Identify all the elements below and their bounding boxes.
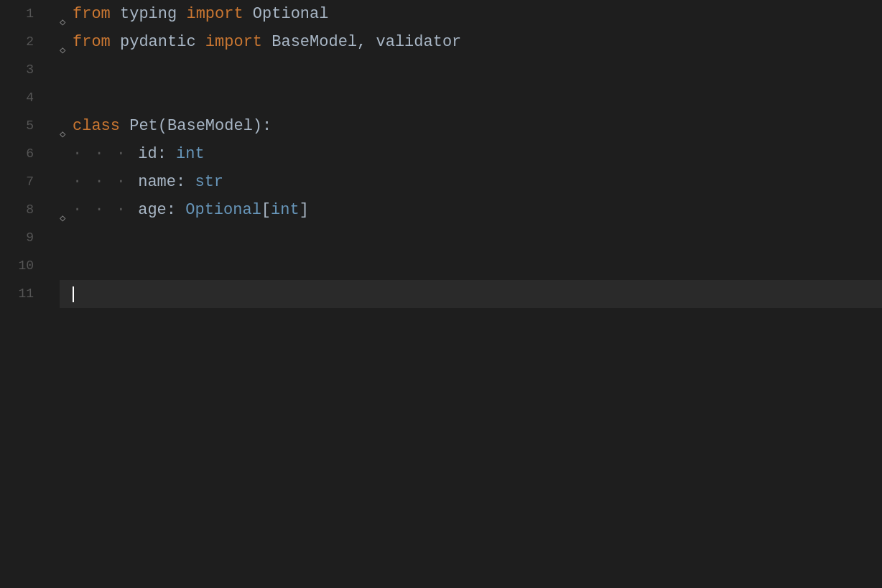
token: : — [262, 112, 271, 140]
line-number-5: 5 — [0, 112, 41, 140]
line-numbers: 1234567891011 — [0, 0, 54, 588]
fold-icon-1[interactable]: ◇ — [60, 9, 71, 20]
line-number-10: 10 — [0, 252, 41, 280]
line-number-8: 8 — [0, 196, 41, 224]
token: pydantic — [111, 28, 205, 56]
fold-placeholder-11 — [60, 280, 73, 308]
token: : — [176, 168, 185, 196]
fold-placeholder-9 — [60, 224, 73, 252]
line-number-2: 2 — [0, 28, 41, 56]
fold-placeholder-4 — [60, 84, 73, 112]
fold-placeholder-6 — [60, 140, 73, 168]
line-number-6: 6 — [0, 140, 41, 168]
code-line-8: ◇· · · age: Optional[int] — [60, 196, 882, 224]
code-area[interactable]: ◇from typing import Optional◇from pydant… — [54, 0, 882, 588]
token: validator — [366, 28, 461, 56]
line-number-7: 7 — [0, 168, 41, 196]
line-number-11: 11 — [0, 280, 41, 308]
line-number-1: 1 — [0, 0, 41, 28]
code-line-11 — [60, 280, 882, 308]
token: int — [167, 140, 205, 168]
line-number-3: 3 — [0, 56, 41, 84]
token: [ — [261, 196, 271, 224]
token: BaseModel — [262, 28, 357, 56]
code-line-3 — [60, 56, 882, 84]
token: : — [157, 140, 167, 168]
token: from — [73, 28, 111, 56]
token: name — [138, 168, 176, 196]
token: : — [167, 196, 176, 224]
token: Optional — [243, 0, 329, 28]
token: int — [271, 196, 300, 224]
token: id — [138, 140, 157, 168]
fold-icon-8[interactable]: ◇ — [60, 205, 71, 216]
token: class — [73, 112, 120, 140]
token: import — [205, 28, 262, 56]
code-line-4 — [60, 84, 882, 112]
code-line-5: ◇class Pet(BaseModel): — [60, 112, 882, 140]
code-line-6: · · · id: int — [60, 140, 882, 168]
token: , — [357, 28, 366, 56]
token: typing — [111, 0, 187, 28]
token: age — [138, 196, 167, 224]
text-cursor — [73, 286, 74, 302]
token: str — [185, 168, 223, 196]
line-number-4: 4 — [0, 84, 41, 112]
fold-icon-5[interactable]: ◇ — [60, 121, 71, 132]
indent-dots: · · · — [73, 140, 138, 168]
fold-placeholder-10 — [60, 252, 73, 280]
token: Optional — [176, 196, 261, 224]
indent-dots: · · · — [73, 168, 138, 196]
code-line-9 — [60, 224, 882, 252]
fold-placeholder-7 — [60, 168, 73, 196]
token: ] — [300, 196, 309, 224]
line-number-9: 9 — [0, 224, 41, 252]
code-editor: 1234567891011 ◇from typing import Option… — [0, 0, 882, 588]
fold-placeholder-3 — [60, 56, 73, 84]
token: (BaseModel) — [158, 112, 262, 140]
token: Pet — [120, 112, 158, 140]
indent-dots: · · · — [73, 196, 138, 224]
code-line-2: ◇from pydantic import BaseModel, validat… — [60, 28, 882, 56]
token: import — [186, 0, 243, 28]
token: from — [73, 0, 111, 28]
code-line-1: ◇from typing import Optional — [60, 0, 882, 28]
code-line-7: · · · name: str — [60, 168, 882, 196]
code-line-10 — [60, 252, 882, 280]
fold-icon-2[interactable]: ◇ — [60, 37, 71, 48]
